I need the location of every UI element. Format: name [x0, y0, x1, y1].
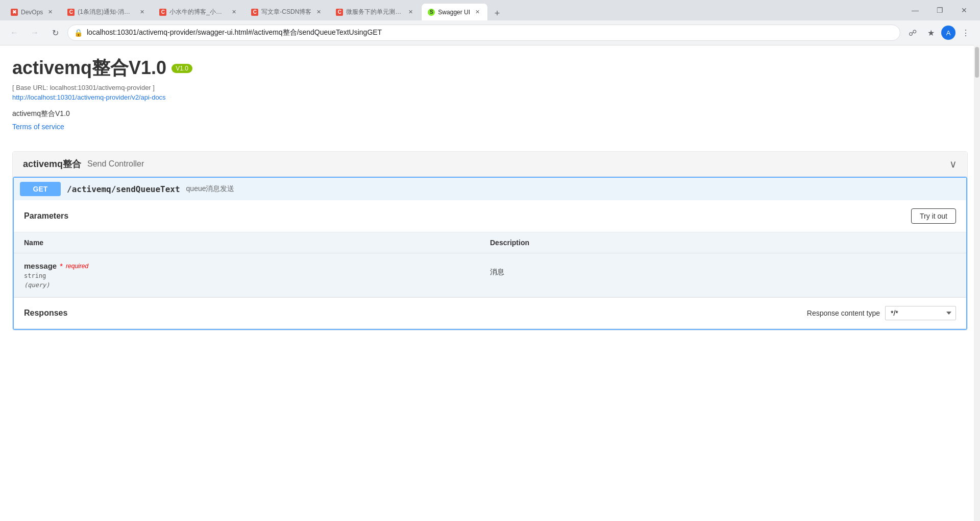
parameters-section: Parameters Try it out Name Description m… [14, 200, 966, 297]
endpoint-path: /activemq/sendQueueText [67, 184, 180, 194]
weifu-favicon: C [336, 9, 343, 16]
tab-bar: ✖ DevOps ✕ C (1条消息)通知-消息... ✕ C 小水牛的博客_小… [0, 0, 980, 20]
param-required-star: * [60, 262, 63, 270]
scrollbar[interactable] [974, 45, 980, 521]
tab-devops-close[interactable]: ✕ [46, 8, 54, 16]
notification-favicon: C [67, 9, 75, 16]
url-bar[interactable]: 🔒 localhost:10301/activemq-provider/swag… [67, 25, 900, 41]
secure-icon: 🔒 [74, 29, 83, 37]
response-content-type-group: Response content type */* application/js… [807, 306, 956, 320]
controller-header[interactable]: activemq整合 Send Controller ∨ [13, 152, 967, 177]
window-controls: — ❐ ✕ [903, 3, 976, 20]
param-name: message [24, 262, 57, 270]
tab-notification-close[interactable]: ✕ [138, 8, 146, 16]
try-it-out-button[interactable]: Try it out [911, 208, 956, 224]
tab-notification[interactable]: C (1条消息)通知-消息... ✕ [61, 3, 153, 20]
tab-weifu[interactable]: C 微服务下的单元测试... ✕ [329, 3, 421, 20]
minimize-button[interactable]: — [903, 3, 927, 17]
terms-of-service-link[interactable]: Terms of service [12, 123, 64, 131]
tab-devops-title: DevOps [21, 9, 43, 16]
param-type: string [24, 272, 490, 279]
swagger-favicon: S [428, 9, 435, 16]
translate-icon[interactable]: ☍ [904, 25, 921, 41]
reload-button[interactable]: ↻ [47, 25, 63, 41]
page-content: activemq整合V1.0 V1.0 [ Base URL: localhos… [0, 45, 980, 521]
app-title-text: activemq整合V1.0 [12, 56, 166, 81]
tab-swagger-close[interactable]: ✕ [473, 8, 481, 16]
new-tab-button[interactable]: + [490, 6, 504, 20]
tab-xiaoniupai-close[interactable]: ✕ [230, 8, 238, 16]
tab-xiaoniupai[interactable]: C 小水牛的博客_小水牛... ✕ [153, 3, 244, 20]
table-row: message * required string (query) 消息 [14, 253, 966, 297]
tab-weifu-title: 微服务下的单元测试... [346, 8, 403, 16]
controller-section: activemq整合 Send Controller ∨ GET /active… [12, 151, 968, 330]
tab-wenzhang-close[interactable]: ✕ [314, 8, 323, 16]
response-content-type-label: Response content type [807, 309, 880, 317]
param-name-row: message * required [24, 262, 490, 270]
endpoint-summary: queue消息发送 [186, 184, 235, 194]
response-content-type-select[interactable]: */* application/json text/plain [885, 306, 956, 320]
parameters-table: Name Description message * required stri… [14, 232, 966, 297]
name-column-header: Name [24, 239, 490, 247]
params-table-header: Name Description [14, 232, 966, 253]
param-location: (query) [24, 281, 490, 289]
description-column-header: Description [490, 239, 956, 247]
controller-title-group: activemq整合 Send Controller [23, 158, 144, 170]
controller-name: activemq整合 [23, 158, 81, 170]
devops-favicon: ✖ [11, 9, 18, 16]
maximize-button[interactable]: ❐ [928, 3, 951, 17]
toolbar-icons: ☍ ★ A ⋮ [904, 25, 974, 41]
api-docs-link[interactable]: http://localhost:10301/activemq-provider… [12, 93, 968, 101]
responses-section: Responses Response content type */* appl… [14, 297, 966, 329]
parameters-title: Parameters [24, 211, 68, 221]
base-url: [ Base URL: localhost:10301/activemq-pro… [12, 84, 968, 91]
scrollbar-thumb[interactable] [975, 47, 979, 78]
parameters-header: Parameters Try it out [14, 200, 966, 232]
tab-wenzhang-title: 写文章-CSDN博客 [261, 8, 311, 16]
param-name-cell: message * required string (query) [24, 262, 490, 289]
version-badge: V1.0 [172, 64, 192, 73]
controller-description: Send Controller [87, 159, 144, 169]
tab-notification-title: (1条消息)通知-消息... [78, 8, 135, 16]
profile-icon[interactable]: A [941, 26, 955, 40]
method-badge: GET [20, 182, 61, 196]
tab-wenzhang[interactable]: C 写文章-CSDN博客 ✕ [244, 3, 329, 20]
param-description: 消息 [490, 262, 956, 283]
app-description: activemq整合V1.0 [12, 109, 968, 119]
app-title-container: activemq整合V1.0 V1.0 [12, 56, 968, 81]
wenzhang-favicon: C [251, 9, 258, 16]
chevron-down-icon: ∨ [949, 158, 957, 170]
responses-title: Responses [24, 309, 67, 318]
url-text: localhost:10301/activemq-provider/swagge… [87, 28, 894, 37]
back-button[interactable]: ← [6, 25, 22, 41]
responses-header: Responses Response content type */* appl… [14, 298, 966, 329]
bookmark-icon[interactable]: ★ [923, 25, 939, 41]
tab-weifu-close[interactable]: ✕ [406, 8, 414, 16]
tab-devops[interactable]: ✖ DevOps ✕ [4, 3, 61, 20]
menu-icon[interactable]: ⋮ [958, 25, 974, 41]
endpoint-header[interactable]: GET /activemq/sendQueueText queue消息发送 [14, 178, 966, 200]
browser-chrome: ✖ DevOps ✕ C (1条消息)通知-消息... ✕ C 小水牛的博客_小… [0, 0, 980, 45]
tab-swagger-title: Swagger UI [438, 9, 470, 16]
tab-swagger[interactable]: S Swagger UI ✕ [421, 3, 488, 20]
endpoint-container: GET /activemq/sendQueueText queue消息发送 Pa… [13, 177, 967, 330]
forward-button[interactable]: → [27, 25, 43, 41]
close-button[interactable]: ✕ [952, 3, 976, 17]
tab-xiaoniupai-title: 小水牛的博客_小水牛... [169, 8, 227, 16]
xiaoniupai-favicon: C [159, 9, 166, 16]
param-required-label: required [66, 263, 88, 270]
app-header: activemq整合V1.0 V1.0 [ Base URL: localhos… [12, 56, 968, 131]
address-bar: ← → ↻ 🔒 localhost:10301/activemq-provide… [0, 20, 980, 45]
